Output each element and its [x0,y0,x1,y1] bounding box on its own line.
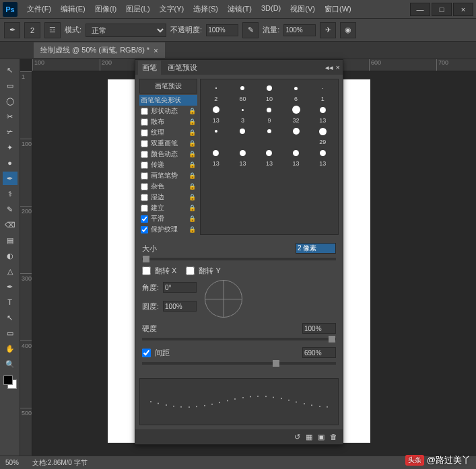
brush-prop-checkbox[interactable] [141,118,148,126]
size-input[interactable] [296,243,336,254]
brush-thumb[interactable] [257,125,282,145]
tool-preset-icon[interactable]: ✒ [4,22,20,38]
minimize-button[interactable]: — [410,3,430,16]
brush-prop-传递[interactable]: 传递🔒 [139,159,197,170]
color-swatch[interactable] [3,375,17,389]
brush-thumb[interactable]: 13 [283,147,309,167]
flip-x-checkbox[interactable] [142,266,151,275]
panel-close-icon[interactable]: × [336,63,340,71]
brush-thumb[interactable]: 10 [257,82,282,102]
tool-eyedropper[interactable]: ✦ [3,141,18,154]
tool-marquee[interactable]: ▭ [3,79,18,92]
spacing-checkbox[interactable] [142,349,151,357]
menu-layer[interactable]: 图层(L) [122,3,154,15]
footer-new-icon[interactable]: ▣ [318,433,325,441]
tool-move[interactable]: ↖ [3,63,18,77]
tool-crop[interactable]: ✃ [3,125,18,139]
brush-prop-checkbox[interactable] [141,183,148,190]
brush-thumb[interactable]: 13 [310,104,335,124]
tool-heal[interactable]: ● [3,156,18,170]
brush-thumb[interactable]: 13 [203,147,229,167]
menu-file[interactable]: 文件(F) [23,3,55,15]
flip-y-checkbox[interactable] [186,266,195,275]
brush-prop-保护纹理[interactable]: 保护纹理🔒 [139,224,197,235]
brush-thumb[interactable]: 1 [310,82,335,102]
maximize-button[interactable]: □ [432,3,452,16]
brush-prop-checkbox[interactable] [141,140,148,147]
brush-prop-checkbox[interactable] [141,205,148,212]
menu-window[interactable]: 窗口(W) [320,3,355,15]
brush-prop-散布[interactable]: 散布🔒 [139,116,197,127]
close-button[interactable]: × [453,3,473,16]
brush-thumb[interactable]: 60 [230,82,256,102]
brush-prop-杂色[interactable]: 杂色🔒 [139,181,197,192]
brush-prop-checkbox[interactable] [141,226,148,233]
tool-path[interactable]: ↖ [3,311,18,324]
brush-thumb[interactable] [283,125,309,145]
menu-type[interactable]: 文字(Y) [156,3,189,15]
brush-thumb[interactable]: 3 [230,104,256,124]
brush-prop-checkbox[interactable] [141,172,148,180]
brush-size-preset[interactable]: 2 [24,22,40,38]
tool-brush[interactable]: ✒ [3,172,18,185]
brush-thumb[interactable]: 13 [230,147,256,167]
menu-view[interactable]: 视图(V) [286,3,319,15]
footer-trash-icon[interactable]: 🗑 [330,433,337,441]
tool-wand[interactable]: ✂ [3,110,18,123]
size-slider[interactable] [142,258,336,260]
brush-thumb[interactable]: 29 [310,125,335,145]
blend-mode-select[interactable]: 正常 [86,24,166,37]
tool-eraser[interactable]: ⌫ [3,218,18,231]
brush-prop-颜色动态[interactable]: 颜色动态🔒 [139,149,197,159]
pressure-size-icon[interactable]: ◉ [340,22,356,38]
menu-3d[interactable]: 3D(D) [257,3,285,15]
tab-brush[interactable]: 画笔 [138,61,161,75]
brush-prop-checkbox[interactable] [141,215,148,223]
footer-icon-1[interactable]: ↺ [294,433,300,441]
tool-dodge[interactable]: △ [3,264,18,278]
tool-history-brush[interactable]: ✎ [3,203,18,216]
brush-prop-checkbox[interactable] [141,129,148,137]
tool-blur[interactable]: ◐ [3,249,18,262]
tool-hand[interactable]: ✋ [3,342,18,355]
opacity-input[interactable] [206,24,238,36]
tool-zoom[interactable]: 🔍 [3,357,18,371]
brush-thumb[interactable]: 13 [257,147,282,167]
hardness-input[interactable] [302,323,336,334]
angle-wheel[interactable] [205,280,242,318]
menu-filter[interactable]: 滤镜(T) [224,3,256,15]
footer-icon-2[interactable]: ▦ [306,433,312,441]
menu-edit[interactable]: 编辑(E) [57,3,90,15]
menu-image[interactable]: 图像(I) [91,3,121,15]
tab-brush-presets[interactable]: 画笔预设 [164,61,201,75]
brush-thumb[interactable] [230,125,256,145]
tool-gradient[interactable]: ▤ [3,233,18,247]
brush-preset-button[interactable]: 画笔预设 [139,79,197,94]
brush-thumb[interactable]: 2 [203,82,229,102]
angle-input[interactable] [163,282,197,293]
brush-prop-纹理[interactable]: 纹理🔒 [139,127,197,138]
brush-prop-平滑[interactable]: 平滑🔒 [139,213,197,224]
brush-thumb[interactable]: 13 [203,104,229,124]
document-tab[interactable]: 绘制虚线 @ 50% (画笔, RGB/8) * × [34,42,165,58]
hardness-slider[interactable] [142,338,336,340]
tool-stamp[interactable]: ⚕ [3,187,18,201]
brush-thumb[interactable] [203,125,229,145]
brush-prop-建立[interactable]: 建立🔒 [139,203,197,213]
roundness-input[interactable] [163,301,197,312]
tool-lasso[interactable]: ◯ [3,94,18,108]
document-tab-close-icon[interactable]: × [154,46,158,55]
zoom-level[interactable]: 50% [5,459,19,466]
brush-thumb[interactable]: 32 [283,104,309,124]
brush-prop-画笔笔势[interactable]: 画笔笔势🔒 [139,170,197,181]
menu-select[interactable]: 选择(S) [189,3,222,15]
brush-panel-toggle-icon[interactable]: ☲ [44,22,61,38]
brush-prop-checkbox[interactable] [141,194,148,201]
panel-collapse-icon[interactable]: ◂◂ [325,63,333,72]
brush-thumb[interactable]: 9 [257,104,282,124]
brush-prop-湿边[interactable]: 湿边🔒 [139,192,197,203]
spacing-slider[interactable] [142,362,336,365]
tool-pen[interactable]: ✒ [3,280,18,293]
flow-input[interactable] [283,24,316,36]
spacing-input[interactable] [302,347,336,358]
